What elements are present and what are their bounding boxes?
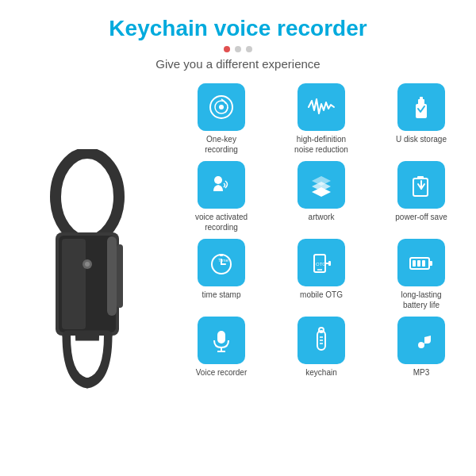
feature-icon-box-noise	[298, 83, 345, 131]
feature-label-otg: mobile OTG	[300, 290, 343, 300]
indicator-dots	[224, 46, 252, 52]
svg-text:Time: Time	[218, 258, 229, 263]
feature-icon-box-mp3	[397, 317, 445, 364]
dot-2	[235, 46, 241, 52]
page: Keychain voice recorder Give you a diffe…	[0, 0, 476, 476]
feature-one-key-recording: One-key recording	[175, 83, 268, 155]
feature-label-keychain: keychain	[305, 367, 336, 378]
svg-rect-37	[217, 331, 225, 344]
svg-rect-4	[62, 239, 86, 329]
feature-voice-activated: voice activated recording	[175, 161, 268, 232]
feature-icon-box-voice	[198, 161, 245, 209]
subtitle: Give you a different experience	[155, 57, 320, 71]
svg-rect-20	[417, 176, 424, 179]
svg-rect-14	[420, 97, 423, 101]
feature-time-stamp: Time time stamp	[175, 239, 268, 310]
svg-rect-36	[422, 260, 425, 267]
feature-voice-recorder: Voice recorder	[175, 317, 268, 378]
feature-icon-box-mic	[198, 317, 245, 364]
feature-label-battery: long-lasting battery life	[393, 290, 449, 310]
feature-label-artwork: artwork	[309, 212, 335, 222]
feature-label-one-key: One-key recording	[194, 134, 249, 155]
svg-rect-6	[117, 244, 123, 308]
feature-icon-box-time: Time	[198, 239, 245, 286]
content-area: One-key recording high-definition noise …	[8, 83, 468, 468]
keychain-svg	[40, 149, 135, 403]
svg-rect-34	[413, 260, 416, 267]
svg-rect-35	[417, 260, 420, 267]
feature-label-power: power-off save	[395, 212, 447, 222]
feature-icon-box-artwork	[298, 161, 345, 209]
svg-text:OTG: OTG	[316, 262, 326, 267]
dot-1	[224, 46, 230, 52]
svg-point-11	[219, 105, 224, 109]
svg-point-1	[67, 164, 108, 229]
svg-marker-18	[312, 187, 331, 197]
svg-rect-26	[220, 254, 223, 256]
feature-icon-box-otg: OTG	[298, 239, 345, 286]
feature-battery-life: long-lasting battery life	[374, 239, 468, 310]
svg-point-45	[419, 343, 424, 347]
main-title: Keychain voice recorder	[109, 16, 367, 41]
feature-u-disk: U disk storage	[374, 83, 468, 155]
dot-3	[246, 46, 252, 52]
feature-label-mp3: MP3	[413, 367, 430, 378]
feature-power-off-save: power-off save	[374, 161, 468, 232]
feature-icon-box-udisk	[397, 83, 445, 131]
feature-icon-box-one-key	[198, 83, 245, 131]
features-grid: One-key recording high-definition noise …	[175, 83, 468, 468]
feature-noise-reduction: high-definition noise reduction	[274, 83, 368, 155]
feature-label-time: time stamp	[202, 290, 241, 300]
feature-label-mic: Voice recorder	[196, 367, 247, 378]
feature-label-udisk: U disk storage	[396, 134, 447, 144]
feature-label-voice: voice activated recording	[194, 212, 249, 232]
feature-icon-box-keychain	[298, 317, 345, 364]
feature-mp3: MP3	[374, 317, 468, 378]
svg-rect-30	[328, 261, 331, 266]
product-image	[8, 83, 167, 468]
feature-artwork: artwork	[274, 161, 368, 232]
svg-point-15	[214, 176, 222, 184]
svg-point-8	[85, 262, 90, 267]
feature-icon-box-battery	[397, 239, 445, 286]
feature-mobile-otg: OTG mobile OTG	[274, 239, 368, 310]
feature-icon-box-power	[397, 161, 445, 209]
feature-label-noise: high-definition noise reduction	[294, 134, 349, 155]
svg-rect-5	[107, 236, 117, 316]
feature-keychain: keychain	[274, 317, 368, 378]
svg-rect-33	[429, 261, 432, 266]
